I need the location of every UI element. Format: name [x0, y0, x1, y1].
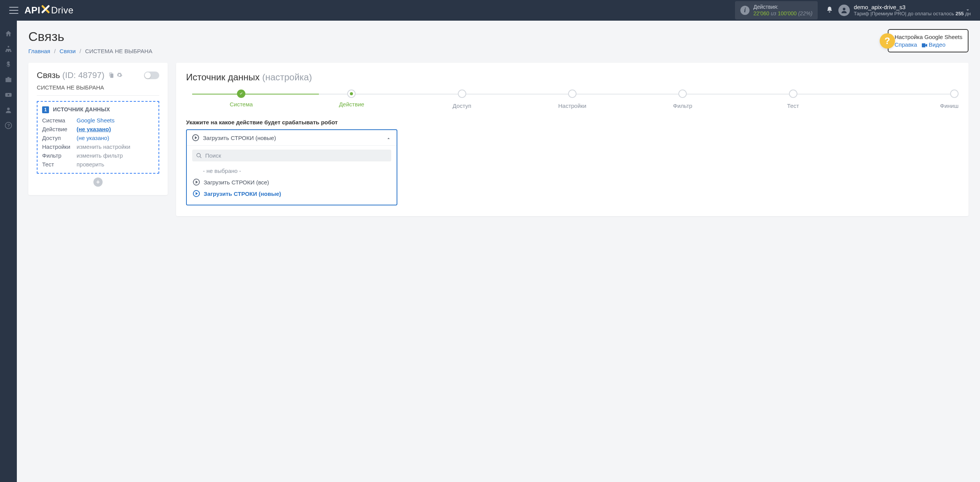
actions-pct: (22%) — [798, 10, 812, 16]
row-action-key: Действие — [42, 126, 77, 132]
breadcrumb-sep: / — [54, 48, 56, 54]
briefcase-icon[interactable] — [0, 72, 17, 87]
hamburger-menu[interactable] — [9, 7, 18, 14]
card-title: Источник данных (настройка) — [186, 72, 959, 83]
user-subtitle: Тариф |Премиум PRO| до оплаты осталось 2… — [854, 11, 971, 17]
page-title: Связь — [28, 29, 969, 44]
row-filter-val[interactable]: изменить фильтр — [77, 152, 123, 159]
user-name: demo_apix-drive_s3 — [854, 4, 971, 11]
row-test-key: Тест — [42, 161, 77, 168]
option-none[interactable]: - не выбрано - — [192, 165, 391, 176]
search-input[interactable] — [205, 152, 387, 159]
breadcrumb-links[interactable]: Связи — [60, 48, 76, 54]
source-title: 1 ИСТОЧНИК ДАННЫХ — [42, 106, 154, 113]
source-box: 1 ИСТОЧНИК ДАННЫХ Система Google Sheets … — [37, 101, 159, 174]
svg-rect-1 — [8, 46, 9, 47]
main-content: Связь Главная / Связи / СИСТЕМА НЕ ВЫБРА… — [17, 21, 980, 482]
youtube-icon[interactable] — [0, 87, 17, 103]
row-action-val[interactable]: (не указано) — [77, 126, 111, 132]
select-search[interactable] — [192, 150, 391, 161]
chevron-down-icon[interactable] — [965, 7, 971, 14]
sitemap-icon[interactable] — [0, 41, 17, 57]
svg-point-0 — [843, 8, 846, 10]
form-label: Укажите на какое действие будет срабатыв… — [186, 119, 959, 125]
row-system-val[interactable]: Google Sheets — [77, 117, 114, 124]
chevron-up-icon — [386, 134, 391, 141]
row-system-key: Система — [42, 117, 77, 124]
step-access[interactable]: Доступ — [407, 90, 517, 109]
user-menu[interactable]: demo_apix-drive_s3 Тариф |Премиум PRO| д… — [838, 4, 977, 17]
connection-id: (ID: 48797) — [62, 70, 105, 80]
dollar-icon[interactable]: $ — [0, 57, 17, 72]
copy-icon[interactable] — [108, 70, 114, 80]
breadcrumb: Главная / Связи / СИСТЕМА НЕ ВЫБРАНА — [28, 48, 969, 54]
breadcrumb-home[interactable]: Главная — [28, 48, 50, 54]
user-text: demo_apix-drive_s3 Тариф |Премиум PRO| д… — [854, 4, 971, 17]
user-icon[interactable] — [0, 103, 17, 118]
play-icon — [192, 134, 199, 141]
connection-toggle[interactable] — [144, 72, 159, 79]
actions-counter[interactable]: i Действия: 22'060 из 100'000 (22%) — [735, 1, 818, 20]
step-filter[interactable]: Фильтр — [627, 90, 738, 109]
svg-rect-2 — [6, 50, 7, 52]
help-box: ? Настройка Google Sheets Справка Видео — [888, 29, 969, 52]
actions-of: из — [771, 10, 776, 16]
notifications-icon[interactable] — [823, 6, 836, 15]
step-action[interactable]: Действие — [296, 90, 407, 107]
row-access-key: Доступ — [42, 135, 77, 141]
logo-text-drive: Drive — [51, 5, 74, 16]
connection-title: Связь — [37, 70, 60, 80]
step-settings[interactable]: Настройки — [517, 90, 627, 109]
help-ref-link[interactable]: Справка — [895, 41, 917, 48]
svg-text:$: $ — [7, 61, 10, 68]
breadcrumb-sep: / — [80, 48, 81, 54]
help-icon[interactable]: ? — [0, 118, 17, 133]
option-new[interactable]: Загрузить СТРОКИ (новые) — [192, 188, 391, 199]
system-label: СИСТЕМА НЕ ВЫБРАНА — [37, 84, 159, 96]
svg-text:?: ? — [7, 123, 10, 128]
play-icon — [193, 179, 200, 186]
select-dropdown: - не выбрано - Загрузить СТРОКИ (все) За… — [187, 145, 397, 205]
svg-rect-4 — [10, 50, 11, 52]
home-icon[interactable] — [0, 26, 17, 41]
stepper: Система Действие Доступ Настройки Фильтр… — [186, 90, 959, 109]
video-icon — [922, 41, 929, 48]
logo[interactable]: API Drive — [24, 5, 74, 16]
row-filter-key: Фильтр — [42, 152, 77, 159]
row-settings-val[interactable]: изменить настройки — [77, 143, 130, 150]
sidebar: $ ? — [0, 21, 17, 482]
breadcrumb-current: СИСТЕМА НЕ ВЫБРАНА — [85, 48, 152, 54]
topbar: API Drive i Действия: 22'060 из 100'000 … — [0, 0, 980, 21]
play-icon — [193, 190, 200, 197]
actions-text: Действия: 22'060 из 100'000 (22%) — [753, 4, 812, 17]
row-test-val[interactable]: проверить — [77, 161, 104, 168]
help-video-link[interactable]: Видео — [929, 41, 946, 48]
help-title: Настройка Google Sheets — [895, 34, 962, 40]
logo-text-api: API — [24, 5, 41, 16]
info-icon: i — [740, 6, 750, 15]
actions-label: Действия: — [753, 4, 812, 10]
svg-rect-3 — [8, 50, 9, 52]
row-settings-key: Настройки — [42, 143, 77, 150]
svg-point-7 — [7, 107, 10, 110]
option-all[interactable]: Загрузить СТРОКИ (все) — [192, 176, 391, 188]
action-select: Загрузить СТРОКИ (новые) - не выбрано - … — [186, 129, 397, 205]
svg-rect-10 — [922, 43, 925, 47]
add-button[interactable]: + — [93, 177, 103, 187]
select-head[interactable]: Загрузить СТРОКИ (новые) — [187, 130, 397, 145]
actions-used: 22'060 — [753, 10, 769, 16]
source-badge: 1 — [42, 106, 49, 113]
avatar-icon — [838, 5, 850, 16]
step-test[interactable]: Тест — [738, 90, 848, 109]
connection-card: Связь (ID: 48797) СИСТЕМА НЕ ВЫБРАНА 1 И… — [28, 63, 168, 195]
actions-total: 100'000 — [778, 10, 797, 16]
step-system[interactable]: Система — [186, 90, 296, 107]
help-circle-icon[interactable]: ? — [880, 33, 895, 49]
search-icon — [196, 153, 202, 159]
logo-x-icon — [41, 5, 50, 16]
gear-icon[interactable] — [116, 70, 122, 80]
source-settings-card: Источник данных (настройка) Система Дейс… — [176, 63, 969, 216]
select-value: Загрузить СТРОКИ (новые) — [203, 135, 386, 141]
row-access-val[interactable]: (не указано) — [77, 135, 109, 141]
step-finish[interactable]: Финиш — [848, 90, 959, 109]
